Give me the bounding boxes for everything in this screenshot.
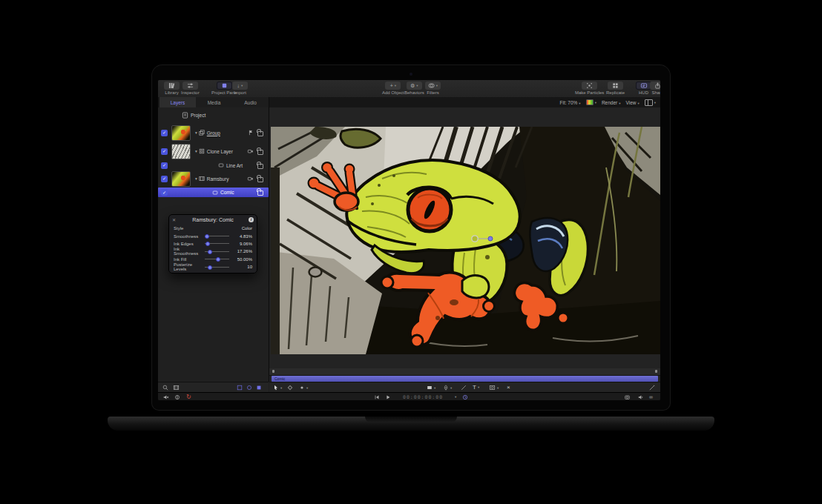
lock-icon[interactable] xyxy=(257,177,263,182)
timecode-display[interactable]: 00:00:00:00 xyxy=(403,394,443,400)
hud-button[interactable]: HUD xyxy=(636,82,651,95)
layer-row-line-art[interactable]: ✓ Line Art xyxy=(158,161,269,170)
library-button[interactable]: Library xyxy=(164,82,180,95)
playback-loop-button[interactable] xyxy=(174,394,180,400)
visibility-checkbox[interactable]: ✓ xyxy=(161,130,168,136)
slider-knob[interactable] xyxy=(208,265,212,270)
slider-knob[interactable] xyxy=(206,242,210,246)
layer-label: Project xyxy=(191,113,206,118)
shape-tool[interactable]: ▾ xyxy=(427,385,435,391)
slider-knob[interactable] xyxy=(216,257,220,262)
camera-icon[interactable] xyxy=(247,176,254,182)
tab-media[interactable]: Media xyxy=(196,97,233,107)
drag-tool[interactable]: ▾ xyxy=(299,385,308,391)
layout-menu[interactable]: ▾ xyxy=(645,99,656,106)
visibility-checkbox[interactable]: ✓ xyxy=(161,148,168,155)
loop-button[interactable]: ∞ xyxy=(649,394,653,399)
go-to-start-button[interactable] xyxy=(374,394,380,400)
share-icon xyxy=(654,82,660,89)
lock-icon[interactable] xyxy=(257,150,263,155)
camera-icon[interactable] xyxy=(247,148,254,154)
timing-display-button[interactable] xyxy=(462,394,468,400)
lock-icon[interactable] xyxy=(257,164,263,169)
mute-audio-button[interactable] xyxy=(162,394,169,400)
channels-menu[interactable]: ▾ xyxy=(586,99,596,105)
layer-label[interactable]: Line Art xyxy=(226,163,243,168)
hud-panel[interactable]: ✕ Ramsbury: Comic i Style Color Smoothne… xyxy=(168,214,257,273)
timeline-ruler[interactable] xyxy=(269,368,660,376)
search-button[interactable] xyxy=(162,385,168,391)
select-transform-tool[interactable]: ▾ xyxy=(273,385,282,391)
chevron-down-icon: ▾ xyxy=(637,102,639,105)
play-button[interactable] xyxy=(385,394,391,400)
inspector-button[interactable]: Inspector xyxy=(181,82,200,95)
info-icon[interactable]: i xyxy=(249,217,254,222)
ink-fill-slider[interactable] xyxy=(205,259,229,259)
import-button[interactable]: ↓▾ Import xyxy=(232,82,248,95)
layer-row-clone-layer[interactable]: ✓ ▾ Clone Layer xyxy=(158,143,269,159)
disclosure-triangle[interactable]: ▾ xyxy=(195,149,197,153)
layer-thumbnail[interactable] xyxy=(171,125,191,141)
disclosure-triangle[interactable]: ▾ xyxy=(195,176,197,181)
zoom-level-menu[interactable]: Fit: 70%▾ xyxy=(560,100,581,105)
ink-edges-slider[interactable] xyxy=(205,243,229,244)
behaviors-button[interactable]: ⚙▾ Behaviors xyxy=(404,82,424,95)
hud-icon xyxy=(640,82,648,89)
filters-button[interactable]: ▾ Filters xyxy=(425,82,441,95)
timeline-track-comic[interactable]: Comic xyxy=(272,376,658,382)
layer-row-comic-selected[interactable]: ✓ Comic xyxy=(158,188,269,197)
layer-row-group[interactable]: ✓ ▾ Group xyxy=(158,125,269,141)
show-media-toggle[interactable] xyxy=(246,385,252,391)
frog-comic-image[interactable] xyxy=(271,127,660,354)
posterize-levels-slider[interactable] xyxy=(205,267,229,268)
play-range-start-marker[interactable] xyxy=(272,370,274,373)
layer-label[interactable]: Clone Layer xyxy=(207,149,233,154)
render-menu[interactable]: Render▾ xyxy=(602,100,621,105)
mask-tool[interactable]: ▾ xyxy=(489,385,499,391)
adjust-item-tool[interactable]: × xyxy=(507,384,510,391)
export-frame-button[interactable] xyxy=(624,394,631,400)
visibility-checkbox[interactable]: ✓ xyxy=(161,189,168,196)
cursor-icon xyxy=(273,385,279,391)
anchor-point-tool[interactable] xyxy=(287,385,293,391)
make-particles-button[interactable]: Make Particles xyxy=(575,82,604,95)
layer-row-ramsbury[interactable]: ✓ ▾ Ramsbury xyxy=(158,170,269,187)
hud-title-bar[interactable]: ✕ Ramsbury: Comic i xyxy=(169,215,257,225)
slider-knob[interactable] xyxy=(205,234,209,239)
layer-thumbnail[interactable] xyxy=(171,144,191,159)
record-button[interactable]: ↻ xyxy=(186,394,191,400)
close-icon[interactable]: ✕ xyxy=(172,217,176,222)
motion-app-window: Library Inspector Project Pane ↓▾ Import… xyxy=(158,80,660,400)
play-range-end-marker[interactable] xyxy=(655,370,657,373)
chevron-down-icon[interactable]: ▾ xyxy=(455,395,456,399)
lock-icon[interactable] xyxy=(257,190,263,196)
smoothness-slider[interactable] xyxy=(205,236,229,236)
show-audio-toggle[interactable] xyxy=(256,385,262,391)
add-object-button[interactable]: +▾ Add Object xyxy=(382,82,404,95)
style-popup[interactable]: Color xyxy=(232,226,252,231)
audio-button[interactable] xyxy=(637,394,644,400)
layer-label[interactable]: Ramsbury xyxy=(207,176,229,182)
layer-thumbnail[interactable] xyxy=(171,171,191,187)
filmstrip-toggle[interactable] xyxy=(173,385,180,391)
slider-knob[interactable] xyxy=(208,250,212,254)
disclosure-triangle[interactable]: ▾ xyxy=(195,130,197,135)
view-menu[interactable]: View▾ xyxy=(625,100,639,105)
canvas[interactable] xyxy=(269,107,660,382)
visibility-checkbox[interactable]: ✓ xyxy=(161,162,168,169)
layer-label[interactable]: Comic xyxy=(220,190,234,195)
tab-audio[interactable]: Audio xyxy=(232,97,269,107)
stroke-tool[interactable] xyxy=(649,385,655,391)
flag-icon[interactable] xyxy=(248,130,254,136)
layer-label[interactable]: Group xyxy=(207,130,220,136)
replicate-button[interactable]: Replicate xyxy=(606,82,625,95)
lock-icon[interactable] xyxy=(257,131,263,136)
visibility-checkbox[interactable]: ✓ xyxy=(161,176,168,182)
line-tool[interactable] xyxy=(461,385,467,391)
ink-smoothness-slider[interactable] xyxy=(205,251,229,252)
show-layers-toggle[interactable] xyxy=(237,385,243,391)
tab-layers[interactable]: Layers xyxy=(160,97,197,107)
share-button[interactable]: Share xyxy=(650,82,660,95)
bezier-tool[interactable]: ▾ xyxy=(443,385,452,391)
text-tool[interactable]: T▾ xyxy=(473,384,479,391)
